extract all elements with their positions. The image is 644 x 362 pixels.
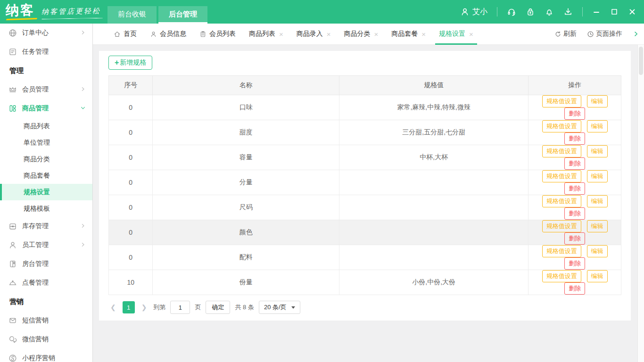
nav-front-cashier[interactable]: 前台收银 [107, 6, 157, 24]
sidebar-item-product-management[interactable]: 商品管理 [0, 99, 92, 118]
spec-table-body: 0 口味 家常,麻辣,中辣,特辣,微辣 规格值设置 编辑 删除 0 甜度 三分甜… [109, 95, 621, 295]
sidebar-item-sms-marketing[interactable]: 短信营销 [0, 311, 92, 330]
delete-button[interactable]: 删除 [564, 232, 585, 245]
more-tabs-button[interactable] [633, 31, 639, 37]
page-number-button[interactable]: 1 [123, 301, 135, 313]
edit-button[interactable]: 编辑 [587, 270, 608, 282]
vertical-scrollbar[interactable] [637, 45, 644, 362]
sidebar-item-member-management[interactable]: 会员管理 [0, 80, 92, 99]
row-values: 小份,中份,大份 [339, 270, 528, 295]
prev-page-icon[interactable]: ❮︎ [108, 304, 118, 311]
row-no: 0 [109, 220, 153, 245]
miniprogram-icon [8, 354, 17, 362]
headset-icon[interactable] [507, 7, 516, 16]
page-operations-button[interactable]: 页面操作 [587, 30, 622, 38]
sidebar-item-wechat-marketing[interactable]: 微信营销 [0, 330, 92, 349]
spec-value-settings-button[interactable]: 规格值设置 [542, 220, 581, 232]
tab-product-category[interactable]: 商品分类 × [338, 24, 385, 45]
total-count-label: 共 8 条 [235, 303, 254, 312]
edit-button[interactable]: 编辑 [587, 170, 608, 182]
spec-value-settings-button[interactable]: 规格值设置 [542, 245, 581, 257]
tab-close-icon[interactable]: × [374, 30, 379, 38]
sidebar-subitem-spec-settings[interactable]: 规格设置 [0, 184, 92, 200]
tab-member-info[interactable]: 会员信息 [143, 24, 193, 45]
close-icon[interactable] [628, 8, 636, 16]
delete-button[interactable]: 删除 [564, 107, 585, 120]
goods-icon [8, 104, 17, 113]
delete-button[interactable]: 删除 [564, 182, 585, 195]
table-row: 0 配料 规格值设置 编辑 删除 [109, 245, 621, 270]
spec-value-settings-button[interactable]: 规格值设置 [542, 195, 581, 207]
scrollbar-thumb[interactable] [639, 47, 643, 75]
nav-backend-management[interactable]: 后台管理 [158, 6, 207, 24]
next-page-icon[interactable]: ❯︎ [140, 304, 149, 311]
edit-button[interactable]: 编辑 [587, 120, 608, 132]
spec-value-settings-button[interactable]: 规格值设置 [542, 270, 581, 282]
download-icon[interactable] [563, 7, 573, 16]
staff-icon [8, 241, 17, 249]
delete-button[interactable]: 删除 [564, 157, 585, 170]
spec-value-settings-button[interactable]: 规格值设置 [542, 95, 581, 107]
sidebar-item-ordering-management[interactable]: 点餐管理 [0, 273, 92, 292]
sidebar-subitem-unit-management[interactable]: 单位管理 [0, 134, 92, 151]
row-name: 容量 [153, 145, 339, 170]
edit-button[interactable]: 编辑 [587, 145, 608, 157]
row-name: 分量 [153, 170, 339, 195]
sidebar-section-marketing: 营销 [0, 292, 92, 311]
tab-close-icon[interactable]: × [421, 30, 426, 38]
row-values: 三分甜,五分甜,七分甜 [339, 120, 528, 145]
delete-button[interactable]: 删除 [564, 207, 585, 220]
sidebar-item-order-center[interactable]: 订单中心 [0, 24, 92, 42]
edit-button[interactable]: 编辑 [587, 220, 608, 232]
row-no: 10 [109, 270, 153, 295]
delete-button[interactable]: 删除 [564, 282, 585, 295]
tab-product-list[interactable]: 商品列表 × [242, 24, 290, 45]
goto-prefix-label: 到第 [153, 303, 165, 312]
sidebar-subitem-product-list[interactable]: 商品列表 [0, 118, 92, 134]
sidebar-item-inventory-management[interactable]: 库存管理 [0, 217, 92, 236]
tab-spec-settings[interactable]: 规格设置 × [432, 24, 480, 45]
page-size-select[interactable]: 20 条/页 [259, 301, 300, 314]
column-header-specvalue: 规格值 [339, 76, 528, 95]
row-name: 份量 [153, 270, 339, 295]
spec-value-settings-button[interactable]: 规格值设置 [542, 145, 581, 157]
sidebar-subitem-product-combo[interactable]: 商品套餐 [0, 167, 92, 184]
sidebar-subitem-product-category[interactable]: 商品分类 [0, 151, 92, 167]
goto-page-input[interactable] [170, 301, 190, 314]
chevron-down-icon [80, 105, 86, 112]
sidebar-item-staff-management[interactable]: 员工管理 [0, 236, 92, 255]
sidebar-item-task-management[interactable]: 任务管理 [0, 42, 92, 61]
tab-close-icon[interactable]: × [469, 30, 473, 38]
bell-icon[interactable] [545, 7, 554, 16]
tab-product-entry[interactable]: 商品录入 × [290, 24, 338, 45]
sidebar-item-miniprogram-marketing[interactable]: 小程序营销 [0, 349, 92, 362]
add-spec-button[interactable]: + 新增规格 [108, 56, 152, 70]
row-name: 配料 [153, 245, 339, 270]
tab-home[interactable]: 首页 [107, 24, 143, 45]
pagination: ❮︎ 1 ❯︎ 到第 页 确定 共 8 条 20 条/页 [108, 301, 621, 314]
row-values [339, 170, 528, 195]
confirm-button[interactable]: 确定 [206, 301, 230, 314]
tab-member-list[interactable]: 会员列表 [193, 24, 242, 45]
minimize-icon[interactable] [592, 8, 601, 16]
clock-icon [587, 31, 594, 38]
spec-value-settings-button[interactable]: 规格值设置 [542, 170, 581, 182]
tab-product-combo[interactable]: 商品套餐 × [385, 24, 432, 45]
edit-button[interactable]: 编辑 [587, 95, 608, 107]
sidebar-subitem-spec-template[interactable]: 规格模板 [0, 200, 92, 217]
edit-button[interactable]: 编辑 [587, 245, 608, 257]
chevron-right-icon [80, 86, 86, 93]
delete-button[interactable]: 删除 [564, 132, 585, 145]
user-account[interactable]: 艾小 [460, 7, 487, 17]
edit-button[interactable]: 编辑 [587, 195, 608, 207]
lock-icon[interactable] [526, 7, 535, 16]
sidebar-item-table-management[interactable]: 房台管理 [0, 255, 92, 273]
spec-value-settings-button[interactable]: 规格值设置 [542, 120, 581, 132]
tab-close-icon[interactable]: × [279, 30, 283, 38]
refresh-button[interactable]: 刷新 [554, 30, 577, 38]
maximize-icon[interactable] [610, 8, 619, 16]
wechat-icon [8, 335, 17, 344]
delete-button[interactable]: 删除 [564, 257, 585, 270]
tab-close-icon[interactable]: × [327, 30, 331, 38]
goto-suffix-label: 页 [195, 303, 201, 312]
